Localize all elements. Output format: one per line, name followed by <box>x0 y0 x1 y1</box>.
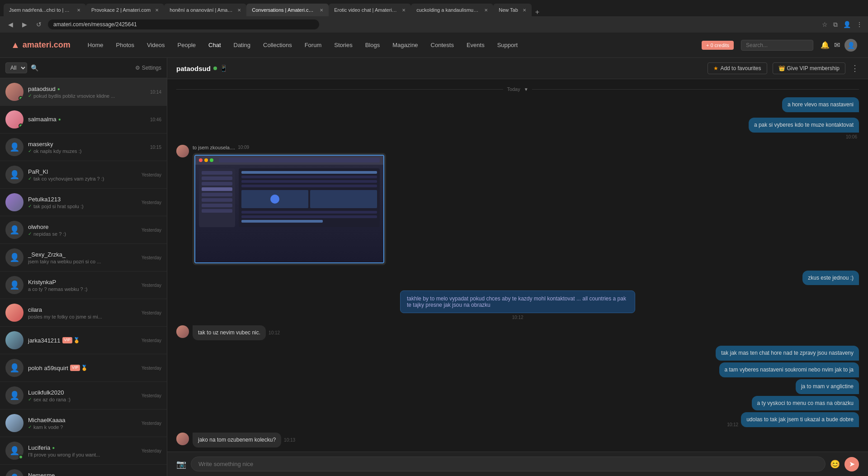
conv-item-parki[interactable]: 👤 PaR_Kl ✓ tak co vychovujes vam zytra ?… <box>0 161 167 189</box>
filter-dropdown[interactable]: All <box>5 62 27 73</box>
user-avatar[interactable]: 👤 <box>844 39 857 52</box>
conv-item-olwhore[interactable]: 👤 olwhore ✓ nepidas se ? :) Yesterday <box>0 216 167 244</box>
online-badge: ● <box>57 86 60 91</box>
tab-6[interactable]: cuckolding a kandaulismus | Am...✕ <box>411 4 493 16</box>
camera-icon[interactable]: 📷 <box>176 459 186 469</box>
grid-circle <box>270 195 279 204</box>
more-options-icon[interactable]: ⋮ <box>851 63 859 73</box>
conv-name-parki: PaR_Kl <box>28 168 137 175</box>
chat-input[interactable] <box>191 457 826 471</box>
sidebar-settings-link[interactable]: ⚙ Settings <box>135 65 161 71</box>
forward-button[interactable]: ▶ <box>19 20 30 29</box>
titlebar-dot-yellow <box>204 158 208 162</box>
extensions-icon[interactable]: ⧉ <box>833 21 838 29</box>
tab-3-close[interactable]: ✕ <box>237 8 241 13</box>
nav-magazine[interactable]: Magazine <box>386 33 424 58</box>
conv-name-pataodsud: pataodsud ● <box>28 86 146 92</box>
tab-4[interactable]: Conversations | Amateri.com✕ <box>246 4 329 16</box>
conv-item-kristynka[interactable]: 👤 KristynkaP a co ty ? nemas webku ? :) … <box>0 271 167 299</box>
notifications-icon[interactable]: 🔔 <box>821 41 830 49</box>
messages-icon[interactable]: ✉ <box>834 41 840 49</box>
conv-preview-masersky: ✓ ok napls kdy muzes :) <box>28 148 146 154</box>
tab-2[interactable]: Provokace 2 | Amateri.com✕ <box>86 4 164 16</box>
emoji-picker-icon[interactable]: 😊 <box>830 459 840 469</box>
conv-name-masersky: masersky <box>28 141 146 148</box>
conv-body-sexyzrzka: _Sexy_Zrzka_ jsem taky na webku pozri si… <box>28 251 137 264</box>
conv-item-masersky[interactable]: 👤 masersky ✓ ok napls kdy muzes :) 10:15 <box>0 133 167 161</box>
sidebar-search-icon[interactable]: 🔍 <box>31 64 38 71</box>
msg-own-4: zkus este jednou :) <box>176 271 859 286</box>
give-vip-button[interactable]: 👑 Give VIP membership <box>773 62 846 74</box>
msg-avatar-other <box>176 145 189 157</box>
conv-preview-kristynka: a co ty ? nemas webku ? :) <box>28 286 137 292</box>
nav-chat[interactable]: Chat <box>202 33 227 58</box>
online-badge-luciferia: ● <box>52 445 55 450</box>
tab-2-close[interactable]: ✕ <box>155 8 159 13</box>
profile-icon[interactable]: 👤 <box>843 21 851 28</box>
nav-photos[interactable]: Photos <box>110 33 141 58</box>
nav-people[interactable]: People <box>171 33 202 58</box>
conv-item-cilara[interactable]: cilara posles my te fotky co jsme si mi.… <box>0 299 167 327</box>
conv-body-petulka: Petulka1213 ✓ tak pojd si hrat spolu :) <box>28 196 137 209</box>
conv-item-sexyzrzka[interactable]: 👤 _Sexy_Zrzka_ jsem taky na webku pozri … <box>0 244 167 271</box>
send-button[interactable]: ➤ <box>844 457 859 471</box>
add-to-favourites-button[interactable]: ★ Add to favourites <box>708 62 767 74</box>
conv-avatar-masersky: 👤 <box>5 138 24 156</box>
sidebar-item-5 <box>202 193 232 196</box>
refresh-button[interactable]: ↺ <box>33 20 44 29</box>
menu-icon[interactable]: ⋮ <box>856 21 863 28</box>
msg-bubble-own-10: a ty vyskoci to menu co mas na obrazku <box>752 396 859 411</box>
nav-support[interactable]: Support <box>491 33 524 58</box>
tab-7[interactable]: New Tab✕ <box>493 4 532 16</box>
conv-time-jarka: Yesterday <box>142 338 161 343</box>
nav-items: Home Photos Videos People Chat Dating Co… <box>81 33 524 58</box>
nav-stories[interactable]: Stories <box>328 33 359 58</box>
msg-own-11-row: udolas to tak jak jsem ti ukazal a bude … <box>727 412 859 427</box>
nav-blogs[interactable]: Blogs <box>359 33 387 58</box>
date-divider: Today ▼ <box>176 86 859 92</box>
site-logo[interactable]: ▲ amateri.com <box>11 40 71 50</box>
conv-item-jarka[interactable]: jarka341211 VIP 🏅 Yesterday <box>0 327 167 354</box>
msg-bubble-own-8: a tam vyberes nastaveni soukromi nebo nv… <box>719 362 859 377</box>
nav-dating[interactable]: Dating <box>227 33 257 58</box>
search-input[interactable] <box>741 40 813 51</box>
nav-forum[interactable]: Forum <box>298 33 328 58</box>
nav-icons: 🔔 ✉ 👤 <box>821 39 857 52</box>
badge-icon-2: VIP <box>70 365 80 371</box>
add-credits-button[interactable]: + 0 credits <box>702 41 734 50</box>
new-tab-button[interactable]: + <box>532 8 543 16</box>
tab-5[interactable]: Erotic video chat | Amateri.com✕ <box>329 4 411 16</box>
back-button[interactable]: ◀ <box>5 20 16 29</box>
nav-events[interactable]: Events <box>460 33 491 58</box>
conv-item-petulka[interactable]: Petulka1213 ✓ tak pojd si hrat spolu :) … <box>0 189 167 216</box>
conv-item-salmaalma[interactable]: salmaalma ● 10:46 <box>0 106 167 133</box>
nav-contests[interactable]: Contests <box>425 33 460 58</box>
tab-1-close[interactable]: ✕ <box>77 8 80 13</box>
screenshot-bubble[interactable] <box>193 153 386 265</box>
conv-item-nemesme[interactable]: 👤 Nemesme nebolelo zkusit :) a o to foce… <box>0 465 167 476</box>
bookmark-icon[interactable]: ☆ <box>822 21 828 28</box>
conv-item-pataodsud[interactable]: pataodsud ● ✓ pokud bydlis pobliz vrsovi… <box>0 78 167 106</box>
tab-1[interactable]: Jsem nadrřená...chci to | Amat...✕ <box>4 4 86 16</box>
nav-videos[interactable]: Videos <box>141 33 171 58</box>
tab-6-close[interactable]: ✕ <box>484 8 488 13</box>
tab-7-close[interactable]: ✕ <box>523 8 526 13</box>
conv-name-olwhore: olwhore <box>28 224 137 230</box>
tab-3[interactable]: honění a onanování | Amateri.c...✕ <box>164 4 246 16</box>
address-bar: ◀ ▶ ↺ ☆ ⧉ 👤 ⋮ <box>0 16 868 33</box>
conv-badges-jarka: VIP 🏅 <box>62 337 80 343</box>
conv-item-poloh[interactable]: 👤 poloh a59squirt VIP 🏅 Yesterday <box>0 354 167 382</box>
url-input[interactable] <box>48 19 319 29</box>
tab-5-close[interactable]: ✕ <box>402 8 406 13</box>
conv-item-luciferia[interactable]: 👤 Luciferia ● I'll prove you wrong if yo… <box>0 437 167 465</box>
conv-item-lucikfulk[interactable]: 👤 Lucikfulk2020 ✓ sex az do rana :) Yest… <box>0 382 167 409</box>
grid-item-2 <box>310 190 377 208</box>
online-indicator-luciferia <box>19 455 23 459</box>
tab-4-close[interactable]: ✕ <box>320 8 323 13</box>
conv-avatar-lucikfulk: 👤 <box>5 386 24 405</box>
conv-avatar-sexyzrzka: 👤 <box>5 248 24 267</box>
nav-collections[interactable]: Collections <box>257 33 298 58</box>
site-nav: ▲ amateri.com Home Photos Videos People … <box>0 33 868 58</box>
nav-home[interactable]: Home <box>81 33 110 58</box>
conv-item-michael[interactable]: MichaelKaaaa ✓ kam k vode ? Yesterday <box>0 409 167 437</box>
